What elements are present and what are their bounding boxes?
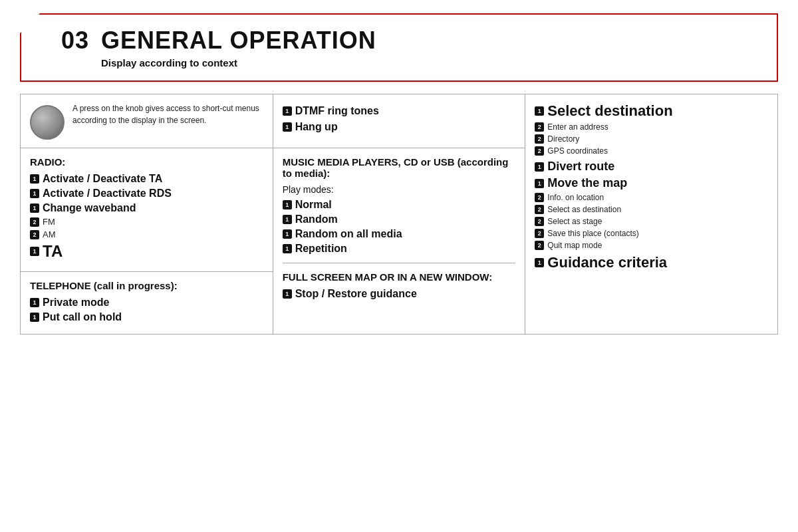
random-all-badge: 1 xyxy=(283,229,292,239)
ta-row: 1 TA xyxy=(30,242,263,261)
quit-map-row: 2 Quit map mode xyxy=(535,241,768,250)
activate-rds-label: Activate / Deactivate RDS xyxy=(43,188,172,200)
guidance-criteria-label: Guidance criteria xyxy=(547,254,667,271)
play-modes-label: Play modes: xyxy=(283,184,516,195)
fm-label: FM xyxy=(43,217,55,227)
private-mode-row: 1 Private mode xyxy=(30,297,263,309)
move-map-badge: 1 xyxy=(535,179,544,188)
activate-rds-row: 1 Activate / Deactivate RDS xyxy=(30,188,263,200)
normal-badge: 1 xyxy=(283,200,292,209)
change-waveband-row: 1 Change waveband xyxy=(30,202,263,214)
normal-row: 1 Normal xyxy=(283,199,516,211)
guidance-criteria-row: 1 Guidance criteria xyxy=(535,254,768,271)
enter-address-label: Enter an address xyxy=(547,122,608,132)
select-dest-label: Select destination xyxy=(547,102,672,120)
fm-badge: 2 xyxy=(30,217,39,227)
activate-rds-badge: 1 xyxy=(30,189,39,198)
directory-badge: 2 xyxy=(535,134,544,144)
select-dest-badge: 1 xyxy=(535,106,544,116)
info-loc-badge: 2 xyxy=(535,193,544,202)
header-number: 03 xyxy=(61,27,89,55)
select-stage-label: Select as stage xyxy=(547,217,602,226)
telephone-cell: TELEPHONE (call in progress): 1 Private … xyxy=(21,272,273,334)
am-badge: 2 xyxy=(30,230,39,239)
put-call-hold-label: Put call on hold xyxy=(43,311,122,323)
ta-label: TA xyxy=(43,242,63,261)
dtmf-label: DTMF ring tones xyxy=(295,105,379,117)
directory-label: Directory xyxy=(547,134,579,144)
stop-restore-badge: 1 xyxy=(283,289,292,299)
random-label: Random xyxy=(295,213,338,225)
hangup-label: Hang up xyxy=(295,121,338,133)
random-badge: 1 xyxy=(283,215,292,224)
fullscreen-title: FULL SCREEN MAP OR IN A NEW WINDOW: xyxy=(283,271,516,283)
gps-label: GPS coordinates xyxy=(547,146,608,156)
gps-badge: 2 xyxy=(535,146,544,156)
change-waveband-badge: 1 xyxy=(30,203,39,213)
music-title: MUSIC MEDIA PLAYERS, CD or USB (accordin… xyxy=(283,156,516,179)
header-box: 03 GENERAL OPERATION Display according t… xyxy=(20,13,778,82)
select-as-dest-label: Select as destination xyxy=(547,205,621,214)
private-mode-badge: 1 xyxy=(30,298,39,307)
repetition-badge: 1 xyxy=(283,244,292,253)
select-stage-badge: 2 xyxy=(535,217,544,226)
gps-row: 2 GPS coordinates xyxy=(535,146,768,156)
dtmf-row: 1 DTMF ring tones xyxy=(283,105,516,117)
change-waveband-label: Change waveband xyxy=(43,202,136,214)
phone-dtmf-cell: 1 DTMF ring tones 1 Hang up xyxy=(273,94,526,148)
am-row: 2 AM xyxy=(30,229,263,239)
dtmf-badge: 1 xyxy=(283,106,292,116)
quit-map-badge: 2 xyxy=(535,241,544,250)
radio-cell: RADIO: 1 Activate / Deactivate TA 1 Acti… xyxy=(21,148,273,272)
repetition-row: 1 Repetition xyxy=(283,243,516,255)
move-map-label: Move the map xyxy=(547,176,627,190)
directory-row: 2 Directory xyxy=(535,134,768,144)
hangup-row: 1 Hang up xyxy=(283,121,516,133)
stop-restore-row: 1 Stop / Restore guidance xyxy=(283,288,516,300)
save-place-label: Save this place (contacts) xyxy=(547,229,638,238)
private-mode-label: Private mode xyxy=(43,297,109,309)
put-call-hold-badge: 1 xyxy=(30,313,39,322)
guidance-criteria-badge: 1 xyxy=(535,258,544,267)
select-as-dest-row: 2 Select as destination xyxy=(535,205,768,214)
repetition-label: Repetition xyxy=(295,243,347,255)
info-loc-label: Info. on location xyxy=(547,193,604,202)
nav-top-cell: 1 Select destination 2 Enter an address … xyxy=(525,94,778,334)
random-all-row: 1 Random on all media xyxy=(283,228,516,240)
music-fullscreen-divider xyxy=(283,263,516,263)
divert-badge: 1 xyxy=(535,162,544,172)
divert-label: Divert route xyxy=(547,160,614,174)
activate-ta-row: 1 Activate / Deactivate TA xyxy=(30,173,263,185)
am-label: AM xyxy=(43,229,56,239)
header-subtitle: Display according to context xyxy=(61,57,761,68)
select-as-dest-badge: 2 xyxy=(535,205,544,214)
stop-restore-label: Stop / Restore guidance xyxy=(295,288,417,300)
divert-row: 1 Divert route xyxy=(535,160,768,174)
main-grid: A press on the knob gives access to shor… xyxy=(20,94,778,334)
normal-label: Normal xyxy=(295,199,332,211)
random-all-label: Random on all media xyxy=(295,228,402,240)
select-stage-row: 2 Select as stage xyxy=(535,217,768,226)
fm-row: 2 FM xyxy=(30,217,263,227)
quit-map-label: Quit map mode xyxy=(547,241,602,250)
music-cell: MUSIC MEDIA PLAYERS, CD or USB (accordin… xyxy=(273,148,526,334)
random-row: 1 Random xyxy=(283,213,516,225)
hangup-badge: 1 xyxy=(283,122,292,132)
knob-cell: A press on the knob gives access to shor… xyxy=(21,94,273,148)
info-location-row: 2 Info. on location xyxy=(535,193,768,202)
telephone-title: TELEPHONE (call in progress): xyxy=(30,280,263,291)
move-map-row: 1 Move the map xyxy=(535,176,768,190)
header-title: GENERAL OPERATION xyxy=(101,27,376,55)
save-place-badge: 2 xyxy=(535,229,544,238)
enter-address-badge: 2 xyxy=(535,122,544,132)
save-place-row: 2 Save this place (contacts) xyxy=(535,229,768,238)
radio-title: RADIO: xyxy=(30,156,263,168)
enter-address-row: 2 Enter an address xyxy=(535,122,768,132)
knob-icon xyxy=(30,105,65,140)
put-call-hold-row: 1 Put call on hold xyxy=(30,311,263,323)
select-dest-row: 1 Select destination xyxy=(535,102,768,120)
ta-badge: 1 xyxy=(30,247,39,256)
activate-ta-label: Activate / Deactivate TA xyxy=(43,173,162,185)
knob-description: A press on the knob gives access to shor… xyxy=(72,102,263,126)
activate-ta-badge: 1 xyxy=(30,174,39,184)
